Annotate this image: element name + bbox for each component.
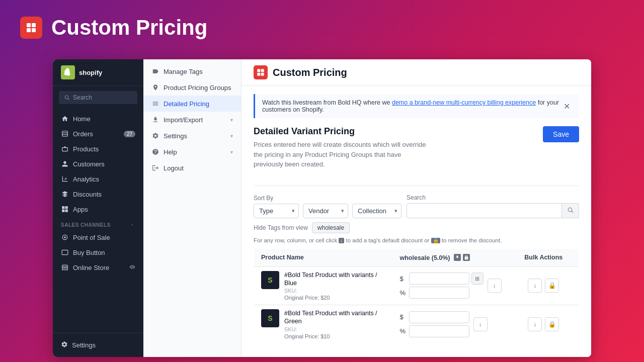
analytics-icon bbox=[61, 175, 69, 183]
bulk-download-btn-2[interactable]: ↓ bbox=[528, 317, 542, 331]
svg-rect-6 bbox=[62, 131, 68, 137]
sidebar-item-orders[interactable]: Orders 27 bbox=[53, 126, 143, 141]
pricing-table: Product Name wholesale (5.0%) bbox=[254, 248, 579, 344]
content-body: Watch this livestream from Bold HQ where… bbox=[242, 86, 591, 357]
sidebar-item-pos[interactable]: Point of Sale bbox=[53, 230, 143, 245]
app-nav-help[interactable]: Help ▾ bbox=[143, 144, 241, 160]
percent-symbol-1: % bbox=[400, 289, 407, 297]
search-input[interactable] bbox=[407, 203, 562, 218]
bulk-lock-btn-1[interactable]: 🔒 bbox=[545, 279, 559, 293]
search-placeholder: Search bbox=[73, 94, 92, 101]
products-icon bbox=[61, 145, 69, 153]
svg-point-4 bbox=[65, 96, 68, 99]
banner-close-button[interactable]: ✕ bbox=[561, 102, 572, 111]
home-icon bbox=[61, 115, 69, 123]
sort-by-group: Sort By Type Vendor bbox=[254, 195, 401, 218]
search-group: Search bbox=[407, 194, 579, 218]
svg-rect-10 bbox=[65, 206, 68, 209]
settings-expand-icon: ▾ bbox=[230, 133, 233, 139]
section-info: Detailed Variant Pricing Prices entered … bbox=[254, 126, 426, 177]
svg-line-5 bbox=[68, 99, 69, 100]
app-logo-icon bbox=[20, 17, 42, 39]
percent-input-row-1: % bbox=[400, 287, 484, 299]
row-actions-2: ↓ bbox=[473, 317, 488, 331]
app-nav-logout[interactable]: Logout bbox=[143, 160, 241, 176]
sidebar-item-products[interactable]: Products bbox=[53, 141, 143, 156]
price-grid-icon-1[interactable]: ⊞ bbox=[471, 273, 484, 285]
app-header: Custom Pricing bbox=[0, 0, 644, 55]
sales-channels-header: SALES CHANNELS bbox=[53, 217, 143, 230]
dropdowns-row: Type Vendor Coll bbox=[254, 204, 401, 218]
dollar-symbol-1: $ bbox=[400, 275, 407, 283]
product-logo-1: S bbox=[268, 276, 272, 284]
table-header: Product Name wholesale (5.0%) bbox=[254, 248, 579, 266]
dollar-price-input-2[interactable] bbox=[409, 311, 469, 323]
app-nav-import-export[interactable]: Import/Export ▾ bbox=[143, 112, 241, 128]
product-cell-content-1: S #Bold Test Product with variants / Blu… bbox=[261, 271, 386, 301]
vendor-select[interactable]: Vendor bbox=[303, 204, 348, 218]
content-logo-icon bbox=[254, 65, 268, 79]
svg-rect-18 bbox=[261, 69, 264, 72]
bulk-actions-cell-2: ↓ 🔒 bbox=[509, 305, 579, 344]
search-input-row bbox=[407, 203, 579, 218]
app-nav-manage-tags[interactable]: Manage Tags bbox=[143, 63, 241, 79]
product-info-1: #Bold Test Product with variants / Blue … bbox=[284, 271, 386, 301]
wholesale-download-icon[interactable] bbox=[454, 254, 461, 261]
bulk-lock-btn-2[interactable]: 🔒 bbox=[545, 317, 559, 331]
svg-rect-12 bbox=[65, 210, 68, 212]
dollar-input-row-2: $ bbox=[400, 311, 469, 323]
svg-rect-17 bbox=[257, 69, 260, 72]
search-button[interactable] bbox=[562, 203, 579, 218]
sidebar-item-buy-button[interactable]: Buy Button bbox=[53, 245, 143, 260]
banner-text: Watch this livestream from Bold HQ where… bbox=[262, 99, 561, 113]
online-store-visibility-icon[interactable] bbox=[129, 264, 135, 272]
store-icon bbox=[61, 263, 69, 272]
wholesale-lock-icon[interactable] bbox=[463, 254, 470, 261]
product-info-2: #Bold Test Product with variants / Green… bbox=[284, 309, 386, 339]
collection-select-wrap: Collection bbox=[352, 204, 401, 218]
th-wholesale-icons bbox=[454, 254, 470, 261]
svg-point-21 bbox=[568, 208, 572, 212]
product-name-2: #Bold Test Product with variants / Green bbox=[284, 309, 386, 326]
svg-rect-19 bbox=[257, 73, 260, 76]
buy-icon bbox=[61, 248, 69, 256]
bulk-download-btn-1[interactable]: ↓ bbox=[528, 279, 542, 293]
sidebar-item-online-store[interactable]: Online Store bbox=[53, 260, 143, 275]
shopify-store-name: shopify bbox=[79, 69, 102, 76]
shopify-sidebar: shopify Search Home bbox=[53, 59, 143, 357]
row-download-btn-2[interactable]: ↓ bbox=[473, 317, 488, 331]
shopify-logo-icon bbox=[61, 65, 75, 79]
percent-price-input-1[interactable] bbox=[409, 287, 469, 299]
dollar-price-input-1[interactable] bbox=[409, 273, 469, 285]
shopify-search-box[interactable]: Search bbox=[59, 91, 137, 104]
section-description: Prices entered here will create discount… bbox=[254, 140, 426, 169]
sidebar-item-settings[interactable]: Settings bbox=[53, 337, 143, 353]
sidebar-item-customers[interactable]: Customers bbox=[53, 156, 143, 171]
app-nav-detailed-pricing[interactable]: Detailed Pricing bbox=[143, 96, 241, 112]
vendor-select-wrap: Vendor bbox=[303, 204, 348, 218]
sidebar-item-analytics[interactable]: Analytics bbox=[53, 171, 143, 187]
hide-tags-row: Hide Tags from view wholesale bbox=[254, 222, 579, 233]
main-container: shopify Search Home bbox=[53, 59, 591, 357]
banner-link[interactable]: demo a brand-new multi-currency billing … bbox=[392, 99, 536, 106]
product-original-price-2: Original Price: $10 bbox=[284, 333, 386, 339]
filter-row: Sort By Type Vendor bbox=[254, 194, 579, 218]
row-download-btn-1[interactable]: ↓ bbox=[488, 279, 502, 293]
wholesale-tag[interactable]: wholesale bbox=[312, 222, 350, 233]
bulk-action-icons-1: ↓ 🔒 bbox=[516, 279, 572, 293]
type-select[interactable]: Type bbox=[254, 204, 299, 218]
logout-icon bbox=[151, 164, 159, 172]
sidebar-item-discounts[interactable]: Discounts bbox=[53, 187, 143, 202]
app-nav-product-pricing-groups[interactable]: Product Pricing Groups bbox=[143, 79, 241, 96]
sidebar-item-home[interactable]: Home bbox=[53, 111, 143, 126]
orders-badge: 27 bbox=[124, 131, 135, 137]
percent-price-input-2[interactable] bbox=[409, 325, 469, 337]
app-nav-settings[interactable]: Settings ▾ bbox=[143, 128, 241, 144]
save-button[interactable]: Save bbox=[543, 126, 579, 142]
bulk-actions-cell-1: ↓ 🔒 bbox=[509, 266, 579, 305]
collection-select[interactable]: Collection bbox=[352, 204, 401, 218]
row-actions-1: ↓ bbox=[488, 279, 502, 293]
sidebar-item-apps[interactable]: Apps bbox=[53, 202, 143, 217]
shopify-nav: Home Orders 27 Products bbox=[53, 109, 143, 333]
product-cell-1: S #Bold Test Product with variants / Blu… bbox=[254, 266, 393, 305]
